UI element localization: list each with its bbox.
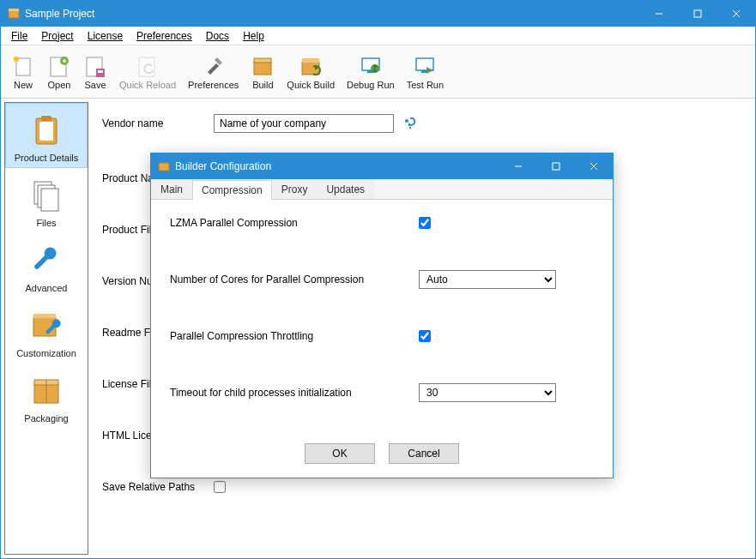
svg-rect-15 <box>254 58 271 63</box>
dialog-titlebar: Builder Configuration <box>151 153 613 179</box>
svg-rect-26 <box>39 122 53 141</box>
lzma-label: LZMA Parallel Compression <box>170 217 419 229</box>
app-icon <box>8 8 20 20</box>
minimize-button[interactable] <box>639 1 678 27</box>
dialog-icon <box>158 160 170 172</box>
menu-help[interactable]: Help <box>236 28 271 44</box>
dialog-tabs: Main Compression Proxy Updates <box>151 179 613 200</box>
svg-rect-12 <box>98 70 103 73</box>
toolbar-debug-run[interactable]: Debug Run <box>342 48 400 96</box>
toolbar-quick-reload: Quick Reload <box>114 48 181 96</box>
sidebar-item-label: Files <box>36 218 56 228</box>
menu-file[interactable]: File <box>4 28 34 44</box>
timeout-select[interactable]: 30 <box>419 383 556 402</box>
dialog-body: LZMA Parallel Compression Number of Core… <box>151 200 613 436</box>
menu-project[interactable]: Project <box>34 28 80 44</box>
svg-rect-22 <box>416 58 433 70</box>
svg-rect-17 <box>302 58 319 63</box>
window-controls <box>639 1 755 27</box>
window-title: Sample Project <box>25 8 639 20</box>
sidebar-item-label: Packaging <box>24 413 68 424</box>
tab-updates[interactable]: Updates <box>317 179 374 199</box>
dialog-buttons: OK Cancel <box>151 436 613 474</box>
reload-icon <box>136 54 160 78</box>
help-icon[interactable] <box>404 117 416 131</box>
files-icon <box>27 177 65 214</box>
svg-rect-27 <box>41 116 51 121</box>
vendor-name-input[interactable] <box>214 114 394 133</box>
test-run-icon <box>413 54 437 78</box>
svg-rect-30 <box>41 189 58 211</box>
throttle-label: Parallel Compression Throttling <box>170 330 419 342</box>
package-icon <box>27 372 65 410</box>
row-timeout: Timeout for child processes initializati… <box>170 383 594 402</box>
wrench-icon <box>27 242 65 280</box>
new-icon <box>11 54 35 78</box>
toolbar-open[interactable]: Open <box>42 48 76 96</box>
ok-button[interactable]: OK <box>305 443 375 464</box>
tab-proxy[interactable]: Proxy <box>272 179 318 199</box>
menu-docs[interactable]: Docs <box>199 28 236 44</box>
toolbar: New Open Save Quick Reload Preferences B… <box>1 45 755 99</box>
quick-build-icon <box>299 54 323 78</box>
sidebar: Product Details Files Advanced Customiza… <box>4 102 88 555</box>
svg-rect-39 <box>553 163 559 170</box>
svg-rect-0 <box>9 10 19 18</box>
tab-main[interactable]: Main <box>151 179 192 199</box>
toolbar-test-run[interactable]: Test Run <box>402 48 449 96</box>
menu-license[interactable]: License <box>81 28 130 44</box>
svg-rect-1 <box>9 9 19 11</box>
dialog-close-button[interactable] <box>575 153 613 179</box>
tab-compression[interactable]: Compression <box>192 180 272 200</box>
dialog-minimize-button[interactable] <box>499 153 537 179</box>
sidebar-item-customization[interactable]: Customization <box>5 298 88 364</box>
open-icon <box>47 54 71 78</box>
row-cores: Number of Cores for Parallel Compression… <box>170 270 594 289</box>
toolbar-quick-build[interactable]: Quick Build <box>281 48 340 96</box>
svg-rect-3 <box>694 10 701 17</box>
cores-select[interactable]: Auto <box>419 270 556 289</box>
toolbar-preferences[interactable]: Preferences <box>183 48 244 96</box>
sidebar-item-files[interactable]: Files <box>5 168 88 233</box>
svg-rect-37 <box>159 163 169 171</box>
row-throttle: Parallel Compression Throttling <box>170 330 594 342</box>
maximize-button[interactable] <box>678 1 717 27</box>
throttle-checkbox[interactable] <box>419 330 431 342</box>
toolbar-new[interactable]: New <box>6 48 40 96</box>
svg-rect-32 <box>33 314 56 318</box>
clipboard-icon <box>27 111 65 149</box>
close-button[interactable] <box>717 1 755 27</box>
svg-point-36 <box>405 119 408 123</box>
cores-label: Number of Cores for Parallel Compression <box>170 273 419 286</box>
row-vendor-name: Vendor name <box>102 114 741 133</box>
preferences-icon <box>202 54 226 78</box>
sidebar-item-product-details[interactable]: Product Details <box>5 103 88 168</box>
build-icon <box>251 54 275 78</box>
titlebar: Sample Project <box>1 1 755 27</box>
sidebar-item-packaging[interactable]: Packaging <box>5 364 88 429</box>
sidebar-item-advanced[interactable]: Advanced <box>5 233 88 298</box>
cancel-button[interactable]: Cancel <box>389 443 459 464</box>
menubar: File Project License Preferences Docs He… <box>1 27 755 45</box>
debug-run-icon <box>359 54 383 78</box>
row-lzma: LZMA Parallel Compression <box>170 217 594 229</box>
save-icon <box>83 54 107 78</box>
vendor-name-label: Vendor name <box>102 117 214 129</box>
builder-config-dialog: Builder Configuration Main Compression P… <box>150 153 614 478</box>
customization-icon <box>27 307 65 345</box>
sidebar-item-label: Customization <box>16 348 76 358</box>
menu-preferences[interactable]: Preferences <box>130 28 199 44</box>
timeout-label: Timeout for child processes initializati… <box>170 387 419 399</box>
dialog-title: Builder Configuration <box>175 160 499 172</box>
row-save-relative: Save Relative Paths <box>102 481 741 493</box>
lzma-checkbox[interactable] <box>419 217 431 229</box>
save-relative-checkbox[interactable] <box>214 481 226 493</box>
svg-rect-14 <box>254 62 271 75</box>
dialog-maximize-button[interactable] <box>537 153 575 179</box>
save-relative-label: Save Relative Paths <box>102 481 214 493</box>
sidebar-item-label: Advanced <box>26 283 68 293</box>
toolbar-build[interactable]: Build <box>245 48 280 96</box>
toolbar-save[interactable]: Save <box>78 48 112 96</box>
sidebar-item-label: Product Details <box>15 153 79 163</box>
